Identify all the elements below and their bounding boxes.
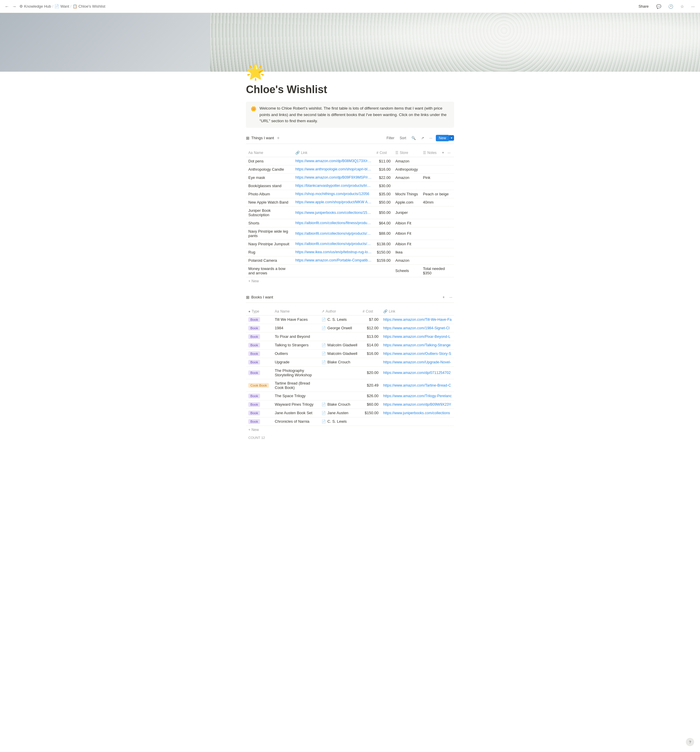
sort-button[interactable]: Sort (398, 135, 408, 141)
th-actions: + ··· (441, 151, 452, 155)
search-button[interactable]: 🔍 (410, 135, 418, 141)
wishlist-row-link[interactable]: https://www.amazon.com/dp/B09F9X9MSP/ref… (293, 173, 374, 182)
table-row[interactable]: Juniper Book Subscription https://www.ju… (246, 206, 454, 219)
book-author-cell: 📄Blake Crouch (319, 400, 360, 409)
link-col-label: Link (301, 151, 307, 155)
list-item[interactable]: Book Upgrade 📄Blake Crouch https://www.a… (246, 358, 454, 366)
th-book-link[interactable]: 🔗 Link (381, 308, 454, 315)
new-button-group: New ▾ (436, 135, 454, 141)
author-doc-icon: 📄 (322, 343, 326, 347)
table-row[interactable]: Dot pens https://www.amazon.com/dp/B08M3… (246, 157, 454, 165)
th-store[interactable]: ☰ Store (393, 149, 420, 157)
wishlist-row-cost: $50.00 (374, 206, 393, 219)
forward-button[interactable]: → (11, 3, 18, 10)
parent-icon: 📄 (54, 4, 59, 9)
books-add-row[interactable]: + New (246, 426, 454, 433)
list-item[interactable]: Book Chronicles of Narnia 📄C. S. Lewis (246, 417, 454, 426)
book-link[interactable]: https://www.amazon.com/Outliers-Story-S (381, 349, 454, 358)
book-link[interactable] (381, 417, 454, 426)
table-row[interactable]: Shorts https://albionfit.com/collections… (246, 219, 454, 227)
wishlist-row-notes: 40mm (420, 198, 454, 206)
book-link[interactable]: https://www.amazon.com/1984-Signet-Cl (381, 324, 454, 332)
th-book-name[interactable]: Aa Name (272, 308, 319, 315)
wishlist-row-link[interactable]: https://albionfit.com/collections/vip/pr… (293, 240, 374, 248)
book-link[interactable]: https://www.amazon.com/dp/B09W9X23Y (381, 400, 454, 409)
list-item[interactable]: Book Wayward Pines Trilogy 📄Blake Crouch… (246, 400, 454, 409)
books-add-col-button[interactable]: + (441, 294, 446, 300)
book-author: Blake Crouch (327, 402, 350, 407)
wishlist-row-link[interactable]: https://www.juniperbooks.com/collections… (293, 206, 374, 219)
book-author: Blake Crouch (327, 360, 350, 364)
table-row[interactable]: Photo Album https://shop.mochithings.com… (246, 190, 454, 198)
breadcrumb-workspace[interactable]: ⚙ Knowledge Hub (19, 4, 51, 9)
book-link[interactable]: https://www.amazon.com/Pixar-Beyond-L (381, 332, 454, 341)
wishlist-row-link[interactable]: https://www.apple.com/shop/product/MKW A… (293, 198, 374, 206)
wishlist-row-link[interactable]: https://albionfit.com/collections/fitnes… (293, 219, 374, 227)
book-name-col-label: Name (280, 309, 290, 314)
list-item[interactable]: Book The Space Trilogy $26.00 https://ww… (246, 392, 454, 400)
book-type: Book (246, 358, 272, 366)
wishlist-row-link[interactable]: https://www.amazon.com/Portable-Compatib… (293, 256, 374, 264)
wishlist-row-link[interactable]: https://shop.mochithings.com/products/12… (293, 190, 374, 198)
wishlist-row-link[interactable]: https://www.amazon.com/dp/B08M3Q173X/ref… (293, 157, 374, 165)
book-link[interactable]: https://www.juniperbooks.com/collections (381, 409, 454, 417)
table-row[interactable]: Navy Pinstripe wide leg pants https://al… (246, 227, 454, 240)
table-row[interactable]: Money towards a bow and arrows Scheels T… (246, 264, 454, 277)
book-link[interactable]: https://www.amazon.com/Till-We-Have-Fa (381, 315, 454, 324)
list-item[interactable]: Book Outliers 📄Malcolm Gladwell $16.00 h… (246, 349, 454, 358)
breadcrumb-parent[interactable]: 📄 Want (54, 4, 69, 9)
new-item-button[interactable]: New (436, 135, 449, 141)
new-item-dropdown[interactable]: ▾ (449, 135, 454, 141)
wishlist-row-store: Amazon (393, 157, 420, 165)
back-button[interactable]: ← (3, 3, 10, 10)
list-item[interactable]: Book 1984 📄George Orwell $12.00 https://… (246, 324, 454, 332)
book-link[interactable]: https://www.amazon.com/Trilogy-Perelanc (381, 392, 454, 400)
share-button[interactable]: Share (636, 3, 651, 10)
book-name: The Space Trilogy (272, 392, 319, 400)
filter-button[interactable]: Filter (385, 135, 396, 141)
book-link[interactable]: https://www.amazon.com/Talking-Strange (381, 341, 454, 349)
list-item[interactable]: Book Till We Have Faces 📄C. S. Lewis $7.… (246, 315, 454, 324)
wishlist-row-link[interactable] (293, 264, 374, 277)
wishlist-row-link[interactable]: https://www.ikea.com/us/en/p/tebstrup-ru… (293, 248, 374, 256)
table-more-button[interactable]: ··· (428, 135, 434, 141)
table-row[interactable]: Polaroid Camera https://www.amazon.com/P… (246, 256, 454, 264)
th-name[interactable]: Aa Name (246, 149, 293, 157)
th-author[interactable]: ↗ Author (319, 308, 360, 315)
share-table-button[interactable]: ↗ (419, 135, 426, 141)
list-item[interactable]: Book Jane Austen Book Set 📄Jane Austen $… (246, 409, 454, 417)
list-item[interactable]: Book The Photography Storytelling Worksh… (246, 366, 454, 379)
books-more-button[interactable]: ··· (448, 294, 454, 300)
wishlist-add-view-button[interactable]: + (276, 135, 281, 141)
th-link[interactable]: 🔗 Link (293, 149, 374, 157)
wishlist-row-link[interactable]: https://blankcanvasbypotter.com/products… (293, 182, 374, 190)
table-row[interactable]: Navy Pinstripe Jumpsuit https://albionfi… (246, 240, 454, 248)
col-more-button[interactable]: ··· (446, 151, 452, 155)
book-author-cell (319, 379, 360, 392)
list-item[interactable]: Cook Book Tartine Bread (Bread Cook Book… (246, 379, 454, 392)
wishlist-row-link[interactable]: https://albionfit.com/collections/vip/pr… (293, 227, 374, 240)
wishlist-add-row[interactable]: + New (246, 277, 454, 285)
list-item[interactable]: Book Talking to Strangers 📄Malcolm Gladw… (246, 341, 454, 349)
more-button[interactable]: ··· (689, 3, 697, 10)
comment-button[interactable]: 💬 (655, 3, 663, 10)
wishlist-row-link[interactable]: https://www.anthropologie.com/shop/capri… (293, 165, 374, 173)
th-notes[interactable]: ☰ Notes + ··· (420, 149, 454, 157)
add-col-button[interactable]: + (441, 151, 445, 155)
th-type[interactable]: ● Type (246, 308, 272, 315)
book-link[interactable]: https://www.amazon.com/Upgrade-Novel- (381, 358, 454, 366)
table-row[interactable]: New Apple Watch Band https://www.apple.c… (246, 198, 454, 206)
table-row[interactable]: Rug https://www.ikea.com/us/en/p/tebstru… (246, 248, 454, 256)
star-button[interactable]: ☆ (678, 3, 686, 10)
book-link[interactable]: https://www.amazon.com/dp/0711254702 (381, 366, 454, 379)
list-item[interactable]: Book To Pixar and Beyond $13.00 https://… (246, 332, 454, 341)
table-row[interactable]: Anthropology Candle https://www.anthropo… (246, 165, 454, 173)
table-row[interactable]: Eye mask https://www.amazon.com/dp/B09F9… (246, 173, 454, 182)
page-icon[interactable]: 🌟 (246, 63, 454, 81)
th-cost[interactable]: # Cost (374, 149, 393, 157)
book-type: Book (246, 332, 272, 341)
history-button[interactable]: 🕐 (666, 3, 675, 10)
book-link[interactable]: https://www.amazon.com/Tartine-Bread-C (381, 379, 454, 392)
th-book-cost[interactable]: # Cost (360, 308, 381, 315)
table-row[interactable]: Book/glasses stand https://blankcanvasby… (246, 182, 454, 190)
